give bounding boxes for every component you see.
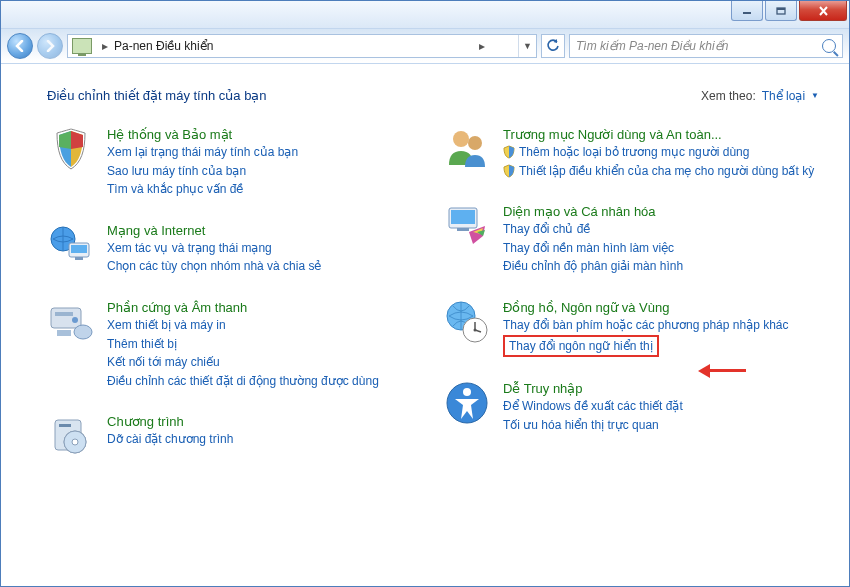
category-sublink[interactable]: Thay đổi chủ đề xyxy=(503,220,683,239)
category-sublink[interactable]: Chọn các tùy chọn nhóm nhà và chia sẻ xyxy=(107,257,321,276)
category-user-accounts: Trương mục Người dùng và An toàn... Thêm… xyxy=(443,125,819,180)
category-clock-language-region: Đồng hồ, Ngôn ngữ và Vùng Thay đổi bàn p… xyxy=(443,298,819,357)
hardware-sound-icon xyxy=(47,298,95,346)
user-accounts-icon xyxy=(443,125,491,173)
right-column: Trương mục Người dùng và An toàn... Thêm… xyxy=(443,125,819,482)
category-sublink[interactable]: Sao lưu máy tính của bạn xyxy=(107,162,298,181)
svg-rect-2 xyxy=(777,8,785,10)
category-sublink[interactable]: Kết nối tới máy chiếu xyxy=(107,353,379,372)
svg-point-15 xyxy=(72,439,78,445)
svg-point-17 xyxy=(453,131,469,147)
annotation-arrow-icon xyxy=(698,364,746,378)
control-panel-window: ▸ Pa-nen Điều khiển ▸ ▼ Tìm kiếm Pa-nen … xyxy=(0,0,850,587)
clock-language-region-icon xyxy=(443,298,491,346)
breadcrumb-dropdown-icon[interactable]: ▼ xyxy=(518,35,536,57)
system-security-icon xyxy=(47,125,95,173)
category-sublink[interactable]: Điều chỉnh các thiết đặt di động thường … xyxy=(107,372,379,391)
page-title: Điều chỉnh thiết đặt máy tính của bạn xyxy=(47,88,267,103)
category-title-link[interactable]: Hệ thống và Bảo mật xyxy=(107,127,232,142)
category-sublink[interactable]: Xem lại trạng thái máy tính của bạn xyxy=(107,143,298,162)
close-button[interactable] xyxy=(799,1,847,21)
view-by-value[interactable]: Thể loại xyxy=(762,89,805,103)
breadcrumb-sep-icon: ▸ xyxy=(473,39,491,53)
category-title-link[interactable]: Đồng hồ, Ngôn ngữ và Vùng xyxy=(503,300,669,315)
category-sublink[interactable]: Xem thiết bị và máy in xyxy=(107,316,379,335)
left-column: Hệ thống và Bảo mật Xem lại trạng thái m… xyxy=(47,125,423,482)
svg-rect-8 xyxy=(55,312,73,316)
category-sublink[interactable]: Thay đổi bàn phím hoặc các phương pháp n… xyxy=(503,316,789,335)
category-sublink[interactable]: Dỡ cài đặt chương trình xyxy=(107,430,233,449)
category-sublink[interactable]: Thêm thiết bị xyxy=(107,335,379,354)
address-bar: ▸ Pa-nen Điều khiển ▸ ▼ Tìm kiếm Pa-nen … xyxy=(1,29,849,63)
category-title-link[interactable]: Chương trình xyxy=(107,414,184,429)
category-sublink[interactable]: Tìm và khắc phục vấn đề xyxy=(107,180,298,199)
category-sublink-change-display-language[interactable]: Thay đổi ngôn ngữ hiển thị xyxy=(509,337,653,356)
programs-icon xyxy=(47,412,95,460)
category-ease-of-access: Dễ Truy nhập Để Windows đề xuất các thiế… xyxy=(443,379,819,434)
category-title-link[interactable]: Phần cứng và Âm thanh xyxy=(107,300,247,315)
minimize-button[interactable] xyxy=(731,1,763,21)
back-button[interactable] xyxy=(7,33,33,59)
search-input[interactable]: Tìm kiếm Pa-nen Điều khiển xyxy=(569,34,843,58)
category-sublink[interactable]: Điều chỉnh độ phân giải màn hình xyxy=(503,257,683,276)
svg-point-24 xyxy=(474,328,477,331)
shield-icon xyxy=(503,164,515,178)
categories-grid: Hệ thống và Bảo mật Xem lại trạng thái m… xyxy=(47,125,819,482)
svg-rect-20 xyxy=(451,210,475,224)
category-programs: Chương trình Dỡ cài đặt chương trình xyxy=(47,412,423,460)
svg-rect-5 xyxy=(71,245,87,253)
ease-of-access-icon xyxy=(443,379,491,427)
category-sublink[interactable]: Xem tác vụ và trạng thái mạng xyxy=(107,239,321,258)
category-title-link[interactable]: Dễ Truy nhập xyxy=(503,381,583,396)
category-network-internet: Mạng và Internet Xem tác vụ và trạng thá… xyxy=(47,221,423,276)
category-sublink[interactable]: Để Windows đề xuất các thiết đặt xyxy=(503,397,683,416)
svg-rect-0 xyxy=(743,12,751,14)
category-system-security: Hệ thống và Bảo mật Xem lại trạng thái m… xyxy=(47,125,423,199)
view-by-label: Xem theo: xyxy=(701,89,756,103)
shield-icon xyxy=(503,145,515,159)
refresh-button[interactable] xyxy=(541,34,565,58)
category-appearance-personalization: Diện mạo và Cá nhân hóa Thay đổi chủ đề … xyxy=(443,202,819,276)
svg-point-9 xyxy=(72,317,78,323)
highlighted-link-annotation: Thay đổi ngôn ngữ hiển thị xyxy=(503,335,659,358)
forward-button[interactable] xyxy=(37,33,63,59)
svg-rect-21 xyxy=(457,228,469,231)
window-titlebar xyxy=(1,1,849,29)
svg-point-18 xyxy=(468,136,482,150)
control-panel-icon xyxy=(72,38,92,54)
category-hardware-sound: Phần cứng và Âm thanh Xem thiết bị và má… xyxy=(47,298,423,390)
content-pane: Điều chỉnh thiết đặt máy tính của bạn Xe… xyxy=(1,63,849,586)
category-sublink[interactable]: Thiết lập điều khiển của cha mẹ cho ngườ… xyxy=(503,162,814,181)
category-title-link[interactable]: Mạng và Internet xyxy=(107,223,205,238)
search-icon xyxy=(822,39,836,53)
breadcrumb-location[interactable]: Pa-nen Điều khiển xyxy=(114,39,473,53)
category-title-link[interactable]: Diện mạo và Cá nhân hóa xyxy=(503,204,656,219)
svg-rect-11 xyxy=(57,330,71,336)
svg-point-10 xyxy=(74,325,92,339)
maximize-button[interactable] xyxy=(765,1,797,21)
svg-rect-16 xyxy=(59,424,71,427)
appearance-icon xyxy=(443,202,491,250)
category-title-link[interactable]: Trương mục Người dùng và An toàn... xyxy=(503,127,722,142)
breadcrumb-bar[interactable]: ▸ Pa-nen Điều khiển ▸ ▼ xyxy=(67,34,537,58)
category-sublink[interactable]: Thêm hoặc loại bỏ trương mục người dùng xyxy=(503,143,814,162)
svg-point-26 xyxy=(463,388,471,396)
breadcrumb-sep-icon: ▸ xyxy=(96,39,114,53)
svg-rect-6 xyxy=(75,257,83,260)
view-by-control[interactable]: Xem theo: Thể loại ▼ xyxy=(701,89,819,103)
category-sublink[interactable]: Thay đổi nền màn hình làm việc xyxy=(503,239,683,258)
search-placeholder: Tìm kiếm Pa-nen Điều khiển xyxy=(576,39,728,53)
category-sublink[interactable]: Tối ưu hóa hiển thị trực quan xyxy=(503,416,683,435)
chevron-down-icon: ▼ xyxy=(811,91,819,100)
network-internet-icon xyxy=(47,221,95,269)
